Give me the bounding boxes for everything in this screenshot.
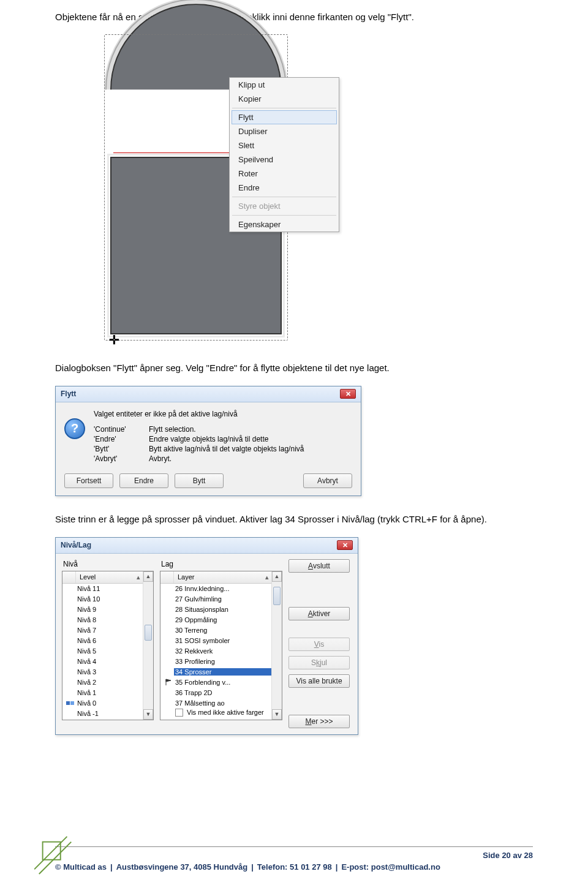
- mer-button[interactable]: Mer >>>: [288, 715, 350, 728]
- footer-email: E-post: post@multicad.no: [341, 862, 440, 872]
- scroll-down-icon[interactable]: ▼: [143, 709, 153, 720]
- dialog-titlebar: Nivå/Lag ✕: [56, 538, 358, 554]
- cursor-move-icon: ✛: [109, 333, 119, 347]
- list-item[interactable]: Nivå 10: [62, 594, 143, 604]
- avslutt-button[interactable]: Avslutt: [288, 559, 350, 573]
- dialog-def-row: 'Continue'Flytt selection.: [94, 424, 352, 434]
- list-header[interactable]: Layer ▴: [160, 571, 271, 584]
- menu-item-slett[interactable]: Slett: [230, 138, 339, 153]
- skjul-button[interactable]: Skjul: [288, 656, 350, 669]
- list-item-label: Nivå 9: [76, 606, 143, 613]
- list-item[interactable]: Nivå 5: [62, 646, 143, 657]
- fortsett-button[interactable]: Fortsett: [64, 473, 113, 488]
- dialog-titlebar: Flytt ✕: [56, 386, 361, 402]
- list-item[interactable]: 29 Oppmåling: [160, 615, 271, 625]
- list-item[interactable]: Nivå 6: [62, 636, 143, 646]
- list-item-label: Nivå 1: [76, 689, 143, 696]
- menu-item-klipp-ut[interactable]: Klipp ut: [230, 78, 339, 92]
- scrollbar[interactable]: ▲ ▼: [143, 571, 153, 720]
- list-item[interactable]: Nivå 9: [62, 604, 143, 615]
- context-menu: Klipp utKopierFlyttDupliserSlettSpeilven…: [229, 77, 339, 232]
- def-val: Bytt aktive lag/nivå til det valgte obje…: [149, 444, 304, 454]
- scroll-thumb[interactable]: [273, 587, 281, 605]
- level-icon: [65, 700, 76, 706]
- list-item[interactable]: Nivå 11: [62, 584, 143, 594]
- list-item-label: Nivå 11: [76, 585, 143, 592]
- niva-listbox[interactable]: Level ▴ Nivå 11Nivå 10Nivå 9Nivå 8Nivå 7…: [62, 571, 154, 720]
- list-item-label: Nivå 0: [76, 699, 143, 707]
- list-item[interactable]: 34 Sprosser: [160, 667, 271, 677]
- svg-rect-2: [43, 842, 61, 860]
- figure-context-menu: ✛ Klipp utKopierFlyttDupliserSlettSpeilv…: [80, 34, 380, 344]
- scrollbar[interactable]: ▲ ▼: [271, 571, 282, 720]
- list-item[interactable]: 26 Innv.kledning...: [160, 584, 271, 594]
- menu-item-egenskaper[interactable]: Egenskaper: [230, 217, 339, 232]
- page-footer: Side 20 av 28 © Multicad as | Austbøsvin…: [0, 846, 588, 872]
- list-item[interactable]: Nivå 7: [62, 625, 143, 636]
- checkbox-row[interactable]: Vis med ikke aktive farger: [160, 709, 271, 718]
- def-key: 'Bytt': [94, 444, 143, 454]
- checkbox-label: Vis med ikke aktive farger: [187, 709, 264, 716]
- dialog-def-row: 'Bytt'Bytt aktive lag/nivå til det valgt…: [94, 444, 352, 454]
- paragraph-3: Siste trinn er å legge på sprosser på vi…: [55, 513, 533, 525]
- dialog-def-row: 'Endre'Endre valgte objekts lag/nivå til…: [94, 434, 352, 444]
- list-item[interactable]: 30 Terreng: [160, 625, 271, 636]
- list-item[interactable]: Nivå 0: [62, 698, 143, 709]
- endre-button[interactable]: Endre: [119, 473, 168, 488]
- menu-item-flytt[interactable]: Flytt: [232, 110, 337, 124]
- close-button[interactable]: ✕: [337, 540, 353, 550]
- layer-icon: [163, 679, 174, 686]
- list-item[interactable]: Nivå 3: [62, 667, 143, 677]
- nivalag-dialog: Nivå/Lag ✕ Nivå Level ▴ Nivå 11Nivå 10Ni…: [55, 537, 358, 735]
- sort-asc-icon: ▴: [134, 573, 143, 581]
- vis-alle-brukte-button[interactable]: Vis alle brukte: [288, 674, 350, 688]
- checkbox[interactable]: [175, 709, 183, 717]
- flytt-dialog: Flytt ✕ ? Valget entiteter er ikke på de…: [55, 386, 361, 497]
- list-item-label: 31 SOSI symboler: [174, 637, 271, 644]
- lag-label: Lag: [160, 559, 282, 571]
- menu-item-styre-objekt: Styre objekt: [230, 199, 339, 213]
- list-item[interactable]: 27 Gulv/himling: [160, 594, 271, 604]
- menu-item-speilvend[interactable]: Speilvend: [230, 153, 339, 167]
- list-item-label: Nivå 4: [76, 658, 143, 665]
- list-item[interactable]: Nivå 1: [62, 688, 143, 698]
- close-button[interactable]: ✕: [340, 389, 356, 399]
- list-item-label: 29 Oppmåling: [174, 616, 271, 623]
- svg-rect-0: [66, 701, 70, 705]
- vis-button[interactable]: Vis: [288, 638, 350, 651]
- scroll-down-icon[interactable]: ▼: [272, 709, 282, 720]
- avbryt-button[interactable]: Avbryt: [303, 473, 352, 488]
- list-item-label: Nivå 3: [76, 668, 143, 676]
- list-item-label: 28 Situasjonsplan: [174, 606, 271, 613]
- scroll-up-icon[interactable]: ▲: [143, 571, 153, 582]
- aktiver-button[interactable]: Aktiver: [288, 607, 350, 620]
- list-item[interactable]: 37 Målsetting ao: [160, 698, 271, 709]
- list-item-label: 37 Målsetting ao: [174, 699, 271, 707]
- def-key: 'Endre': [94, 434, 143, 444]
- list-item[interactable]: Nivå 4: [62, 657, 143, 667]
- bytt-button[interactable]: Bytt: [175, 473, 224, 488]
- list-item-label: 36 Trapp 2D: [174, 689, 271, 696]
- list-item-label: 34 Sprosser: [174, 668, 271, 676]
- list-item[interactable]: Nivå -1: [62, 709, 143, 719]
- scroll-thumb[interactable]: [145, 625, 152, 641]
- footer-logo: [34, 834, 76, 875]
- list-item[interactable]: 35 Forblending v...: [160, 677, 271, 688]
- list-item-label: 35 Forblending v...: [174, 679, 271, 686]
- menu-item-roter[interactable]: Roter: [230, 167, 339, 181]
- scroll-up-icon[interactable]: ▲: [272, 571, 282, 582]
- list-header[interactable]: Level ▴: [62, 571, 143, 584]
- menu-item-endre[interactable]: Endre: [230, 181, 339, 195]
- menu-item-kopier[interactable]: Kopier: [230, 92, 339, 106]
- menu-item-dupliser[interactable]: Dupliser: [230, 124, 339, 138]
- list-item[interactable]: 36 Trapp 2D: [160, 688, 271, 698]
- list-item[interactable]: 31 SOSI symboler: [160, 636, 271, 646]
- list-item-label: Nivå 8: [76, 616, 143, 623]
- list-item[interactable]: Nivå 8: [62, 615, 143, 625]
- list-item[interactable]: Nivå 2: [62, 677, 143, 688]
- list-item[interactable]: 32 Rekkverk: [160, 646, 271, 657]
- list-item[interactable]: 33 Profilering: [160, 657, 271, 667]
- list-item-label: 33 Profilering: [174, 658, 271, 665]
- list-item[interactable]: 28 Situasjonsplan: [160, 604, 271, 615]
- lag-listbox[interactable]: Layer ▴ 26 Innv.kledning...27 Gulv/himli…: [160, 571, 282, 720]
